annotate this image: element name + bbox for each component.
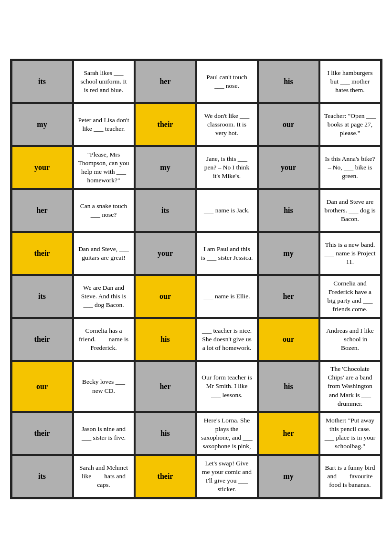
- answer-cell-r7c0: our: [11, 361, 73, 412]
- answer-cell-r1c2: their: [135, 103, 196, 146]
- sentence-cell-r4c5: This is a new band. ___ name is Project …: [319, 232, 381, 275]
- sentence-cell-r0c3: Paul can't touch ___ nose.: [196, 60, 258, 103]
- answer-cell-r3c2: its: [135, 189, 196, 232]
- answer-cell-r5c0: its: [11, 275, 73, 318]
- sentence-cell-r4c3: I am Paul and this is ___ sister Jessica…: [196, 232, 258, 275]
- sentence-cell-r3c3: ___ name is Jack.: [196, 189, 258, 232]
- sentence-cell-r9c5: Bart is a funny bird and ___ favourite f…: [319, 455, 381, 498]
- main-grid: itsSarah likes ___ school uniform. It is…: [10, 59, 382, 499]
- answer-cell-r6c0: their: [11, 318, 73, 361]
- sentence-cell-r7c3: Our form teacher is Mr Smith. I like ___…: [196, 361, 258, 412]
- answer-cell-r8c0: their: [11, 412, 73, 455]
- sentence-cell-r3c1: Can a snake touch ___ nose?: [73, 189, 135, 232]
- sentence-cell-r1c5: Teacher: "Open ___ books at page 27, ple…: [319, 103, 381, 146]
- answer-cell-r4c2: your: [135, 232, 196, 275]
- sentence-cell-r2c3: Jane, is this ___ pen? – No I think it's…: [196, 146, 258, 189]
- sentence-cell-r8c3: Here's Lorna. She plays the saxophone, a…: [196, 412, 258, 455]
- answer-cell-r6c4: our: [258, 318, 319, 361]
- answer-cell-r5c2: our: [135, 275, 196, 318]
- answer-cell-r3c4: his: [258, 189, 319, 232]
- sentence-cell-r8c5: Mother: "Put away this pencil case. ___ …: [319, 412, 381, 455]
- sentence-cell-r3c5: Dan and Steve are brothers. ___ dog is B…: [319, 189, 381, 232]
- answer-cell-r4c4: my: [258, 232, 319, 275]
- sentence-cell-r4c1: Dan and Steve, ___ guitars are great!: [73, 232, 135, 275]
- answer-cell-r2c0: your: [11, 146, 73, 189]
- sentence-cell-r5c1: We are Dan and Steve. And this is ___ do…: [73, 275, 135, 318]
- answer-cell-r5c4: her: [258, 275, 319, 318]
- answer-cell-r7c4: his: [258, 361, 319, 412]
- sentence-cell-r9c3: Let's swap! Give me your comic and I'll …: [196, 455, 258, 498]
- answer-cell-r6c2: his: [135, 318, 196, 361]
- answer-cell-r9c4: my: [258, 455, 319, 498]
- sentence-cell-r1c3: We don't like ___ classroom. It is very …: [196, 103, 258, 146]
- answer-cell-r8c4: her: [258, 412, 319, 455]
- answer-cell-r0c0: its: [11, 60, 73, 103]
- sentence-cell-r0c5: I like hamburgers but ___ mother hates t…: [319, 60, 381, 103]
- answer-cell-r3c0: her: [11, 189, 73, 232]
- answer-cell-r7c2: her: [135, 361, 196, 412]
- sentence-cell-r6c5: Andreas and I like ___ school in Bozen.: [319, 318, 381, 361]
- answer-cell-r9c0: its: [11, 455, 73, 498]
- sentence-cell-r2c5: Is this Anna's bike? – No, ___ bike is g…: [319, 146, 381, 189]
- sentence-cell-r7c5: The 'Chocolate Chips' are a band from Wa…: [319, 361, 381, 412]
- answer-cell-r8c2: his: [135, 412, 196, 455]
- sentence-cell-r5c5: Cornelia and Frederick have a big party …: [319, 275, 381, 318]
- answer-cell-r0c4: his: [258, 60, 319, 103]
- answer-cell-r0c2: her: [135, 60, 196, 103]
- answer-cell-r4c0: their: [11, 232, 73, 275]
- sentence-cell-r2c1: "Please, Mrs Thompson, can you help me w…: [73, 146, 135, 189]
- answer-cell-r1c4: our: [258, 103, 319, 146]
- sentence-cell-r8c1: Jason is nine and ___ sister is five.: [73, 412, 135, 455]
- sentence-cell-r0c1: Sarah likes ___ school uniform. It is re…: [73, 60, 135, 103]
- sentence-cell-r7c1: Becky loves ___ new CD.: [73, 361, 135, 412]
- answer-cell-r9c2: their: [135, 455, 196, 498]
- sentence-cell-r6c3: ___ teacher is nice. She doesn't give us…: [196, 318, 258, 361]
- sentence-cell-r5c3: ___ name is Ellie.: [196, 275, 258, 318]
- sentence-cell-r1c1: Peter and Lisa don't like ___ teacher.: [73, 103, 135, 146]
- answer-cell-r2c2: my: [135, 146, 196, 189]
- sentence-cell-r6c1: Cornelia has a friend. ___ name is Frede…: [73, 318, 135, 361]
- sentence-cell-r9c1: Sarah and Mehmet like ___ hats and caps.: [73, 455, 135, 498]
- answer-cell-r1c0: my: [11, 103, 73, 146]
- answer-cell-r2c4: your: [258, 146, 319, 189]
